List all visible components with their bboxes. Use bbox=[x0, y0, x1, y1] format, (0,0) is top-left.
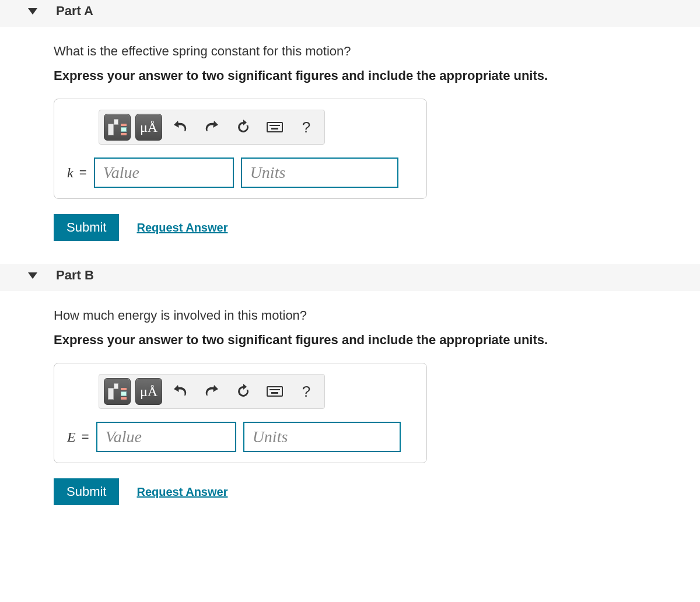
part-title: Part B bbox=[56, 268, 94, 283]
refresh-icon bbox=[236, 120, 251, 135]
templates-icon bbox=[108, 119, 127, 135]
special-chars-button[interactable]: μÅ bbox=[135, 378, 162, 405]
help-button[interactable]: ? bbox=[293, 114, 320, 141]
variable-label: E = bbox=[67, 429, 89, 445]
part-header[interactable]: Part A bbox=[0, 0, 700, 27]
reset-button[interactable] bbox=[230, 378, 257, 405]
variable-label: k = bbox=[67, 165, 87, 181]
answer-row: k = bbox=[64, 158, 417, 188]
units-input[interactable] bbox=[243, 422, 401, 452]
keyboard-icon bbox=[267, 386, 283, 397]
help-button[interactable]: ? bbox=[293, 378, 320, 405]
value-input[interactable] bbox=[96, 422, 236, 452]
request-answer-link[interactable]: Request Answer bbox=[136, 221, 228, 235]
undo-icon bbox=[173, 385, 188, 398]
redo-button[interactable] bbox=[198, 114, 225, 141]
mu-angstrom-icon: μÅ bbox=[140, 120, 158, 135]
question-text: What is the effective spring constant fo… bbox=[54, 44, 700, 59]
actions-row: Submit Request Answer bbox=[54, 478, 700, 505]
answer-row: E = bbox=[64, 422, 417, 452]
templates-button[interactable] bbox=[104, 378, 131, 405]
keyboard-button[interactable] bbox=[261, 378, 288, 405]
redo-icon bbox=[204, 385, 219, 398]
keyboard-button[interactable] bbox=[261, 114, 288, 141]
mu-angstrom-icon: μÅ bbox=[140, 384, 158, 400]
instruction-text: Express your answer to two significant f… bbox=[54, 332, 700, 348]
value-input[interactable] bbox=[94, 158, 234, 188]
part-title: Part A bbox=[56, 4, 93, 19]
redo-button[interactable] bbox=[198, 378, 225, 405]
refresh-icon bbox=[236, 384, 251, 399]
answer-box: μÅ ? E = bbox=[54, 363, 427, 463]
part-body: How much energy is involved in this moti… bbox=[0, 292, 700, 528]
keyboard-icon bbox=[267, 122, 283, 132]
units-input[interactable] bbox=[241, 158, 398, 188]
undo-button[interactable] bbox=[167, 378, 194, 405]
reset-button[interactable] bbox=[230, 114, 257, 141]
submit-button[interactable]: Submit bbox=[54, 214, 119, 241]
request-answer-link[interactable]: Request Answer bbox=[136, 485, 228, 499]
actions-row: Submit Request Answer bbox=[54, 214, 700, 241]
submit-button[interactable]: Submit bbox=[54, 478, 119, 505]
answer-box: μÅ ? k = bbox=[54, 99, 427, 199]
templates-icon bbox=[108, 383, 127, 400]
chevron-down-icon bbox=[28, 8, 37, 15]
equation-toolbar: μÅ ? bbox=[99, 374, 325, 409]
chevron-down-icon bbox=[28, 272, 37, 279]
special-chars-button[interactable]: μÅ bbox=[135, 114, 162, 141]
redo-icon bbox=[204, 121, 219, 134]
undo-icon bbox=[173, 121, 188, 134]
equation-toolbar: μÅ ? bbox=[99, 110, 325, 145]
templates-button[interactable] bbox=[104, 114, 131, 141]
question-text: How much energy is involved in this moti… bbox=[54, 308, 700, 323]
undo-button[interactable] bbox=[167, 114, 194, 141]
instruction-text: Express your answer to two significant f… bbox=[54, 68, 700, 83]
part-header[interactable]: Part B bbox=[0, 264, 700, 292]
part-body: What is the effective spring constant fo… bbox=[0, 27, 700, 264]
